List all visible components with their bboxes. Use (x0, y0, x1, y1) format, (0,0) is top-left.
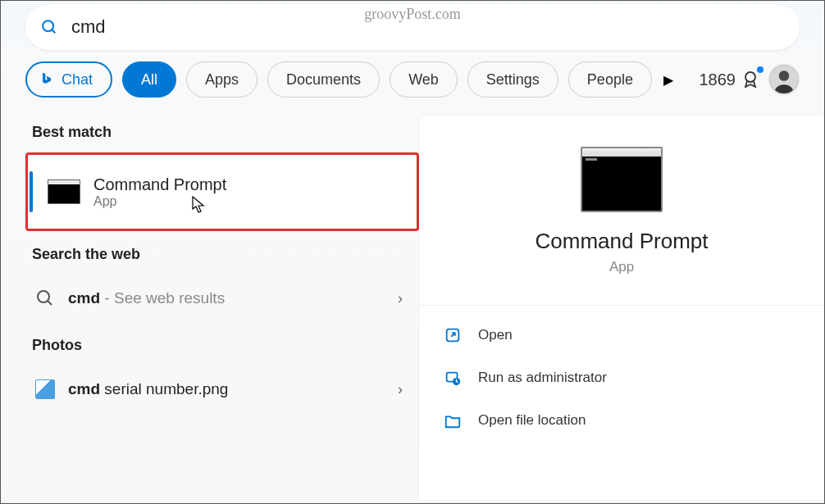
open-icon (444, 326, 462, 344)
web-result-text: cmd - See web results (68, 289, 225, 307)
result-title: Command Prompt (93, 175, 226, 194)
shield-admin-icon (444, 369, 462, 387)
command-prompt-icon (48, 179, 80, 204)
filter-apps[interactable]: Apps (186, 61, 258, 98)
chat-label: Chat (62, 71, 93, 89)
filter-web[interactable]: Web (390, 61, 458, 98)
svg-point-2 (745, 72, 755, 82)
svg-line-6 (48, 301, 52, 305)
detail-panel: Command Prompt App Open Run as administr… (419, 116, 824, 500)
web-result-row[interactable]: cmd - See web results › (25, 275, 419, 322)
filter-people[interactable]: People (568, 61, 652, 98)
location-label: Open file location (478, 412, 586, 429)
result-subtitle: App (93, 194, 226, 209)
image-file-icon (35, 379, 55, 399)
chevron-right-icon: › (398, 381, 403, 398)
search-icon (35, 288, 55, 308)
watermark-text: groovyPost.com (364, 6, 461, 23)
command-prompt-icon (581, 147, 663, 212)
photo-result-row[interactable]: cmd serial number.png › (25, 366, 419, 413)
chat-pill[interactable]: Chat (25, 61, 112, 98)
filter-settings[interactable]: Settings (467, 61, 558, 98)
svg-point-0 (43, 20, 53, 31)
detail-title: Command Prompt (419, 229, 824, 254)
photos-label: Photos (32, 337, 419, 354)
more-filters-arrow[interactable]: ▶ (663, 72, 673, 88)
medal-icon (741, 70, 760, 89)
filter-row: Chat All Apps Documents Web Settings Peo… (1, 50, 824, 112)
filter-all[interactable]: All (122, 61, 176, 98)
cursor-icon (192, 196, 205, 214)
rewards-points[interactable]: 1869 (700, 70, 761, 89)
search-icon (40, 18, 58, 36)
bing-icon (39, 71, 55, 88)
open-action[interactable]: Open (419, 314, 824, 356)
folder-icon (444, 411, 462, 429)
detail-subtitle: App (419, 259, 824, 275)
points-value: 1869 (700, 70, 736, 89)
svg-line-1 (52, 30, 55, 33)
best-match-result[interactable]: Command Prompt App (30, 157, 415, 227)
open-label: Open (478, 327, 513, 343)
best-match-label: Best match (32, 124, 419, 141)
avatar[interactable] (768, 64, 800, 95)
notification-dot-icon (757, 66, 763, 73)
selection-accent (30, 171, 33, 212)
chevron-right-icon: › (398, 290, 403, 307)
header-right: 1869 (700, 64, 800, 95)
open-location-action[interactable]: Open file location (419, 399, 824, 442)
actions-list: Open Run as administrator Open file loca… (419, 305, 824, 442)
svg-point-5 (38, 291, 49, 302)
filter-documents[interactable]: Documents (267, 61, 380, 98)
run-admin-action[interactable]: Run as administrator (419, 356, 824, 399)
results-panel: Best match Command Prompt App Search the… (1, 112, 419, 500)
content-area: Best match Command Prompt App Search the… (1, 112, 824, 500)
admin-label: Run as administrator (478, 370, 607, 386)
annotation-highlight: Command Prompt App (25, 152, 419, 231)
photo-result-text: cmd serial number.png (68, 380, 228, 398)
svg-point-4 (779, 70, 790, 81)
search-web-label: Search the web (32, 246, 419, 263)
